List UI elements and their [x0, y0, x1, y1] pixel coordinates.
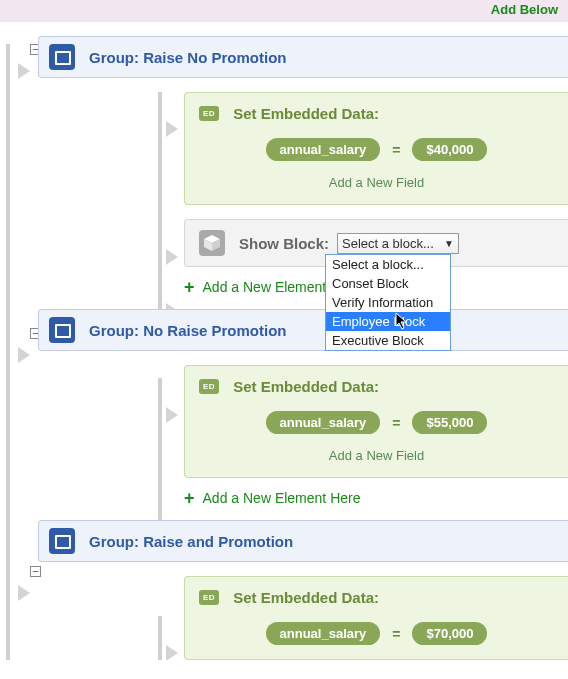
- show-block-card[interactable]: Show Block: Select a block... ▼ Select a…: [184, 219, 568, 267]
- ed-badge-icon: ED: [199, 590, 219, 605]
- plus-icon: +: [184, 491, 195, 505]
- add-field-link[interactable]: Add a New Field: [199, 448, 554, 463]
- block-select[interactable]: Select a block... ▼: [337, 233, 459, 254]
- ed-value-pill[interactable]: $70,000: [412, 622, 487, 645]
- group-icon: [49, 528, 75, 554]
- flow-canvas: – Group: Raise No Promotion ED Set Embed…: [0, 22, 568, 660]
- dropdown-option[interactable]: Executive Block: [326, 331, 450, 350]
- ed-row: annual_salary = $55,000: [199, 411, 554, 434]
- add-element-link[interactable]: + Add a New Element Here: [184, 484, 568, 512]
- collapse-toggle[interactable]: –: [30, 566, 41, 577]
- group-title: Group: No Raise Promotion: [89, 322, 287, 339]
- dropdown-option[interactable]: Select a block...: [326, 255, 450, 274]
- ed-head: ED Set Embedded Data:: [199, 378, 554, 395]
- group-arrow-icon: [10, 580, 36, 606]
- add-element-label: Add a New Element Here: [203, 490, 361, 506]
- equals-sign: =: [392, 626, 400, 642]
- add-field-link[interactable]: Add a New Field: [199, 175, 554, 190]
- embedded-data-card[interactable]: ED Set Embedded Data: annual_salary = $4…: [184, 92, 568, 205]
- ed-badge-icon: ED: [199, 106, 219, 121]
- plus-icon: +: [184, 280, 195, 294]
- ed-title: Set Embedded Data:: [233, 105, 379, 122]
- dropdown-option[interactable]: Conset Block: [326, 274, 450, 293]
- ed-head: ED Set Embedded Data:: [199, 589, 554, 606]
- ed-row: annual_salary = $40,000: [199, 138, 554, 161]
- group-title: Group: Raise No Promotion: [89, 49, 287, 66]
- dropdown-option[interactable]: Employee Block: [326, 312, 450, 331]
- select-value: Select a block...: [342, 236, 434, 251]
- equals-sign: =: [392, 415, 400, 431]
- group-arrow-icon: [10, 58, 36, 84]
- group-arrow-icon: [10, 342, 36, 368]
- group-icon: [49, 44, 75, 70]
- group-icon: [49, 317, 75, 343]
- ed-field-pill[interactable]: annual_salary: [266, 138, 381, 161]
- mouse-cursor-icon: [395, 312, 409, 330]
- sub-rail: [158, 616, 162, 660]
- add-below-label: Add Below: [491, 2, 558, 17]
- embedded-data-card[interactable]: ED Set Embedded Data: annual_salary = $7…: [184, 576, 568, 660]
- cube-icon: [199, 230, 225, 256]
- ed-badge-icon: ED: [199, 379, 219, 394]
- sub-rail: [158, 92, 162, 322]
- show-block-label: Show Block:: [239, 235, 329, 252]
- ed-value-pill[interactable]: $55,000: [412, 411, 487, 434]
- ed-value-pill[interactable]: $40,000: [412, 138, 487, 161]
- group-header[interactable]: Group: No Raise Promotion: [38, 309, 568, 351]
- dropdown-option[interactable]: Verify Information: [326, 293, 450, 312]
- ed-head: ED Set Embedded Data:: [199, 105, 554, 122]
- block-dropdown: Select a block... Conset Block Verify In…: [325, 254, 451, 351]
- add-below-bar[interactable]: Add Below: [0, 0, 568, 22]
- equals-sign: =: [392, 142, 400, 158]
- ed-field-pill[interactable]: annual_salary: [266, 622, 381, 645]
- embedded-data-card[interactable]: ED Set Embedded Data: annual_salary = $5…: [184, 365, 568, 478]
- ed-field-pill[interactable]: annual_salary: [266, 411, 381, 434]
- ed-title: Set Embedded Data:: [233, 378, 379, 395]
- group-header[interactable]: Group: Raise No Promotion: [38, 36, 568, 78]
- ed-title: Set Embedded Data:: [233, 589, 379, 606]
- ed-row: annual_salary = $70,000: [199, 622, 554, 645]
- chevron-down-icon: ▼: [444, 238, 454, 249]
- group-header[interactable]: Group: Raise and Promotion: [38, 520, 568, 562]
- group-title: Group: Raise and Promotion: [89, 533, 293, 550]
